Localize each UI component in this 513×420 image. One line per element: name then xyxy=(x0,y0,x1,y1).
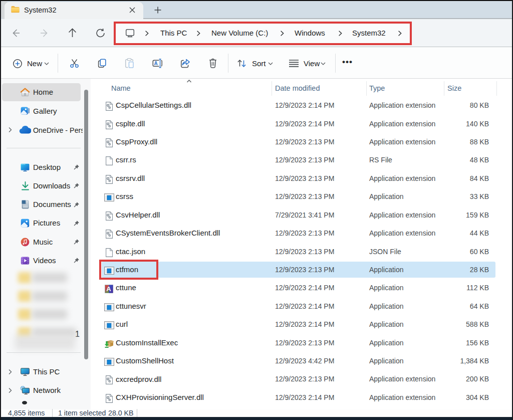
svg-text:A: A xyxy=(154,61,158,66)
svg-text:A: A xyxy=(106,285,111,293)
